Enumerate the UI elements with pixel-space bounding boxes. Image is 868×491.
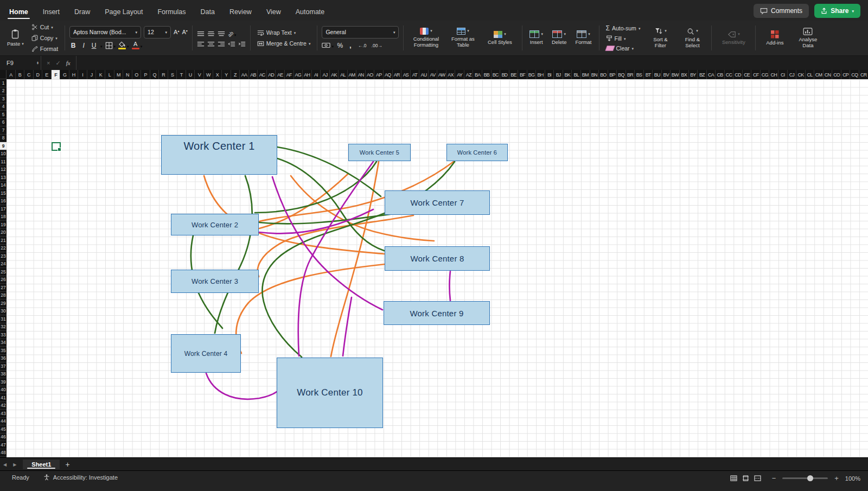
- row-header-30[interactable]: 30: [0, 308, 7, 316]
- paste-button[interactable]: Paste: [4, 28, 27, 48]
- column-header-BM[interactable]: BM: [581, 70, 590, 79]
- column-header-AJ[interactable]: AJ: [321, 70, 330, 79]
- column-header-AI[interactable]: AI: [312, 70, 321, 79]
- wrap-text-button[interactable]: Wrap Text: [255, 28, 313, 37]
- work-center-box-work-center-7[interactable]: Work Center 7: [385, 190, 490, 215]
- row-header-42[interactable]: 42: [0, 402, 7, 410]
- column-header-AO[interactable]: AO: [366, 70, 375, 79]
- column-header-AF[interactable]: AF: [285, 70, 294, 79]
- comma-style-button[interactable]: ,: [347, 42, 354, 49]
- row-header-20[interactable]: 20: [0, 229, 7, 237]
- work-center-box-work-center-1[interactable]: Work Center 1: [161, 135, 277, 175]
- zoom-slider[interactable]: [782, 477, 828, 479]
- column-header-AP[interactable]: AP: [374, 70, 384, 79]
- column-header-BF[interactable]: BF: [518, 70, 527, 79]
- column-header-U[interactable]: U: [186, 70, 195, 79]
- row-header-38[interactable]: 38: [0, 371, 7, 379]
- column-header-O[interactable]: O: [132, 70, 142, 79]
- column-header-Q[interactable]: Q: [150, 70, 159, 79]
- column-header-CG[interactable]: CG: [761, 70, 770, 79]
- column-header-BJ[interactable]: BJ: [554, 70, 563, 79]
- row-header-33[interactable]: 33: [0, 331, 7, 339]
- work-center-box-work-center-9[interactable]: Work Center 9: [384, 301, 490, 325]
- insert-cells-button[interactable]: Insert: [527, 30, 546, 46]
- column-header-BS[interactable]: BS: [635, 70, 644, 79]
- column-header-AS[interactable]: AS: [401, 70, 411, 79]
- sheet-nav-right-icon[interactable]: ▶: [10, 462, 20, 467]
- row-header-44[interactable]: 44: [0, 418, 7, 426]
- column-header-CF[interactable]: CF: [751, 70, 761, 79]
- column-header-AD[interactable]: AD: [267, 70, 276, 79]
- work-center-box-work-center-10[interactable]: Work Center 10: [277, 358, 383, 428]
- add-sheet-button[interactable]: +: [60, 460, 75, 469]
- column-header-BT[interactable]: BT: [644, 70, 653, 79]
- column-header-CO[interactable]: CO: [832, 70, 841, 79]
- column-header-I[interactable]: I: [78, 70, 87, 79]
- column-header-BI[interactable]: BI: [545, 70, 554, 79]
- bold-button[interactable]: B: [69, 42, 77, 49]
- cancel-entry-icon[interactable]: ×: [47, 60, 50, 66]
- column-header-CB[interactable]: CB: [716, 70, 725, 79]
- column-header-CQ[interactable]: CQ: [850, 70, 859, 79]
- row-header-1[interactable]: 1: [0, 79, 7, 87]
- row-header-36[interactable]: 36: [0, 355, 7, 363]
- column-header-BU[interactable]: BU: [653, 70, 662, 79]
- ribbon-tab-automate[interactable]: Automate: [294, 3, 327, 21]
- confirm-entry-icon[interactable]: ✓: [55, 60, 60, 67]
- column-header-AZ[interactable]: AZ: [464, 70, 474, 79]
- row-header-28[interactable]: 28: [0, 292, 7, 300]
- column-header-E[interactable]: E: [42, 70, 52, 79]
- column-header-C[interactable]: C: [24, 70, 34, 79]
- ribbon-tab-view[interactable]: View: [265, 3, 283, 21]
- ribbon-tab-home[interactable]: Home: [8, 3, 30, 21]
- ribbon-tab-formulas[interactable]: Formulas: [156, 3, 187, 21]
- column-header-S[interactable]: S: [168, 70, 177, 79]
- row-header-9[interactable]: 9: [0, 142, 7, 150]
- row-header-26[interactable]: 26: [0, 276, 7, 284]
- accounting-format-button[interactable]: [322, 41, 334, 50]
- column-header-K[interactable]: K: [96, 70, 105, 79]
- row-header-3[interactable]: 3: [0, 95, 7, 103]
- column-header-R[interactable]: R: [159, 70, 168, 79]
- increase-indent-icon[interactable]: [238, 41, 246, 47]
- comments-button[interactable]: Comments: [754, 4, 809, 18]
- column-header-T[interactable]: T: [177, 70, 186, 79]
- sort-filter-button[interactable]: Sort & Filter: [645, 27, 675, 49]
- column-header-AU[interactable]: AU: [419, 70, 429, 79]
- column-header-AT[interactable]: AT: [411, 70, 420, 79]
- column-header-AE[interactable]: AE: [276, 70, 285, 79]
- column-header-BH[interactable]: BH: [536, 70, 545, 79]
- column-header-W[interactable]: W: [204, 70, 213, 79]
- work-center-box-work-center-6[interactable]: Work Center 6: [446, 144, 508, 161]
- underline-button[interactable]: U: [90, 42, 98, 49]
- column-header-Z[interactable]: Z: [231, 70, 240, 79]
- row-header-31[interactable]: 31: [0, 315, 7, 323]
- column-header-AL[interactable]: AL: [339, 70, 348, 79]
- ribbon-tab-page-layout[interactable]: Page Layout: [103, 3, 144, 21]
- column-header-BP[interactable]: BP: [608, 70, 617, 79]
- zoom-in-button[interactable]: +: [834, 474, 839, 482]
- sheet-tab-sheet1[interactable]: Sheet1: [23, 460, 60, 469]
- row-header-34[interactable]: 34: [0, 339, 7, 347]
- work-center-box-work-center-2[interactable]: Work Center 2: [171, 214, 259, 235]
- row-header-19[interactable]: 19: [0, 221, 7, 229]
- column-header-BN[interactable]: BN: [590, 70, 599, 79]
- row-header-45[interactable]: 45: [0, 425, 7, 433]
- column-header-P[interactable]: P: [141, 70, 150, 79]
- column-header-AK[interactable]: AK: [330, 70, 339, 79]
- row-header-40[interactable]: 40: [0, 386, 7, 394]
- column-header-AX[interactable]: AX: [446, 70, 456, 79]
- row-header-24[interactable]: 24: [0, 260, 7, 269]
- borders-button[interactable]: [105, 41, 116, 50]
- row-header-37[interactable]: 37: [0, 362, 7, 371]
- column-header-AG[interactable]: AG: [294, 70, 303, 79]
- row-header-14[interactable]: 14: [0, 182, 7, 190]
- column-header-AB[interactable]: AB: [249, 70, 258, 79]
- conditional-formatting-button[interactable]: Conditional Formatting: [408, 27, 444, 49]
- column-header-Y[interactable]: Y: [222, 70, 231, 79]
- column-header-BB[interactable]: BB: [482, 70, 492, 79]
- column-header-CE[interactable]: CE: [743, 70, 752, 79]
- column-header-BC[interactable]: BC: [492, 70, 501, 79]
- ribbon-tab-draw[interactable]: Draw: [73, 3, 92, 21]
- column-header-BW[interactable]: BW: [671, 70, 680, 79]
